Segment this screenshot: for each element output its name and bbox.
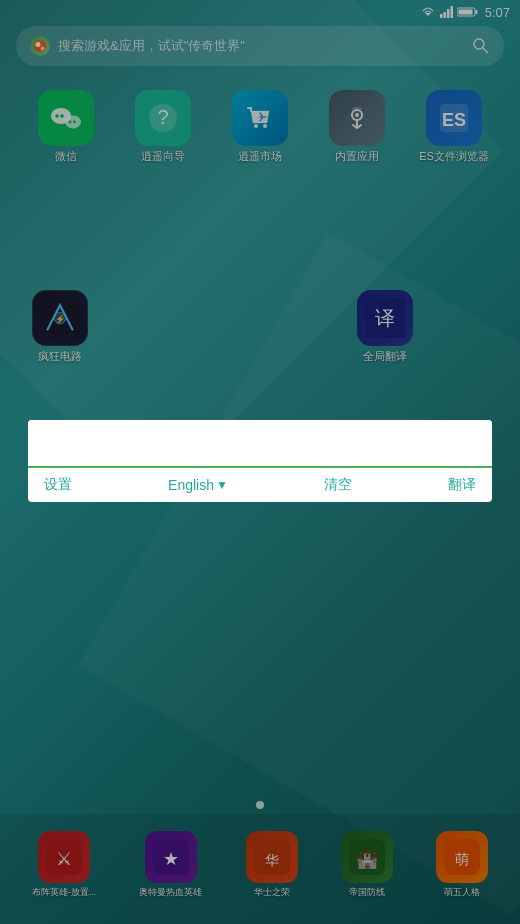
dialog-lang-selector[interactable]: English ▼ bbox=[168, 477, 228, 493]
dialog-translate-btn[interactable]: 翻译 bbox=[448, 476, 476, 494]
translation-input[interactable] bbox=[28, 420, 492, 468]
translation-dialog: 设置 English ▼ 清空 翻译 bbox=[28, 420, 492, 502]
dialog-settings-btn[interactable]: 设置 bbox=[44, 476, 72, 494]
dialog-toolbar: 设置 English ▼ 清空 翻译 bbox=[28, 468, 492, 502]
dialog-lang-label: English bbox=[168, 477, 214, 493]
dialog-overlay[interactable]: 设置 English ▼ 清空 翻译 bbox=[0, 0, 520, 924]
lang-dropdown-icon: ▼ bbox=[216, 478, 228, 492]
dialog-clear-btn[interactable]: 清空 bbox=[324, 476, 352, 494]
